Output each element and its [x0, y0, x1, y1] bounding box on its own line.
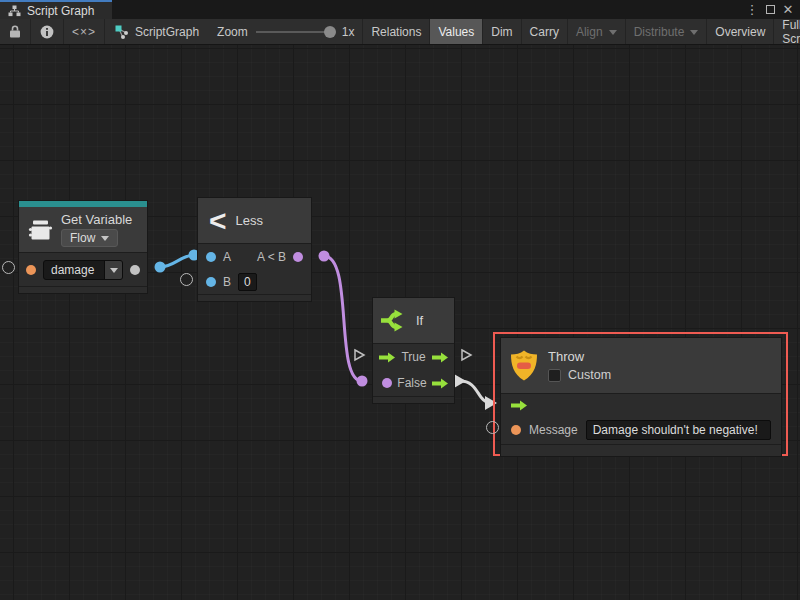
variable-name-dropdown[interactable]: damage: [43, 260, 123, 280]
wire-endpoint-dot: [319, 251, 330, 262]
zoom-value: 1x: [342, 25, 355, 39]
node-footer: [198, 294, 311, 301]
custom-checkbox[interactable]: [548, 369, 561, 382]
toggle-dim[interactable]: Dim: [482, 19, 520, 44]
variable-icon: [28, 219, 53, 241]
align-label: Align: [576, 25, 603, 39]
info-icon: [40, 25, 54, 39]
panel-menu-icon[interactable]: ⋮: [743, 0, 761, 19]
script-graph-window: Script Graph ⋮ ✕ <×>: [0, 0, 800, 600]
toggle-relations[interactable]: Relations: [362, 19, 429, 44]
chevron-down-icon: [101, 236, 109, 245]
unconnected-value-port-indicator[interactable]: [2, 261, 15, 274]
zoom-slider-handle[interactable]: [324, 26, 336, 38]
node-header: If: [373, 298, 454, 343]
unconnected-value-port-indicator[interactable]: [486, 421, 499, 434]
port-condition-input[interactable]: [382, 378, 392, 388]
unconnected-flow-port-indicator[interactable]: [353, 348, 366, 362]
node-title: Less: [236, 213, 263, 228]
port-false-label: False: [392, 376, 432, 390]
port-b-value-field[interactable]: 0: [238, 273, 257, 291]
throw-shield-icon: [509, 349, 539, 382]
port-false-output[interactable]: [432, 378, 448, 389]
toggle-fullscreen[interactable]: Full Screen: [773, 19, 800, 44]
zoom-slider-track[interactable]: [256, 31, 334, 33]
chevron-down-icon: [609, 30, 617, 39]
port-b-input[interactable]: [206, 277, 216, 287]
close-icon[interactable]: ✕: [779, 0, 797, 19]
variable-name-value: damage: [44, 261, 104, 279]
port-flow-input[interactable]: [511, 400, 527, 411]
port-result-label: A < B: [257, 250, 286, 264]
message-value-field[interactable]: Damage shouldn't be negative!: [586, 420, 771, 440]
unconnected-flow-port-indicator[interactable]: [460, 348, 473, 362]
toggle-carry[interactable]: Carry: [521, 19, 567, 44]
chevron-down-icon: [104, 261, 122, 279]
distribute-label: Distribute: [634, 25, 685, 39]
node-header: < Less: [198, 198, 311, 243]
toggle-overview[interactable]: Overview: [706, 19, 773, 44]
edit-source-button[interactable]: <×>: [64, 19, 105, 44]
port-true-output[interactable]: [432, 352, 448, 363]
toolbar-toggles: Relations Values Dim Carry Align Distrib…: [362, 19, 800, 44]
scope-label: Flow: [70, 231, 95, 245]
port-a-label: A: [223, 250, 231, 264]
node-less[interactable]: < Less A A < B B 0: [197, 197, 312, 302]
less-icon: <: [209, 206, 227, 236]
node-header: Throw Custom: [501, 338, 781, 393]
custom-label: Custom: [568, 368, 611, 382]
tab-bar-spacer: [112, 0, 743, 19]
node-get-variable[interactable]: Get Variable Flow damage: [18, 200, 148, 294]
port-message-label: Message: [529, 423, 578, 437]
port-true-label: True: [395, 350, 432, 364]
zoom-label: Zoom: [217, 25, 248, 39]
zoom-control: Zoom 1x: [209, 19, 362, 44]
script-graph-asset-icon: [115, 25, 129, 39]
tab-bar: Script Graph ⋮ ✕: [0, 0, 800, 19]
node-footer: [373, 396, 454, 403]
node-title: Get Variable: [61, 212, 132, 227]
wire-flow-arrowhead: [485, 396, 497, 410]
graph-reference[interactable]: ScriptGraph: [105, 19, 209, 44]
unconnected-value-port-indicator[interactable]: [180, 273, 193, 286]
port-variable-name-input[interactable]: [26, 265, 36, 275]
wire-endpoint-dot: [357, 376, 368, 387]
port-message-input[interactable]: [511, 425, 521, 435]
chevron-down-icon: [690, 30, 698, 39]
info-button[interactable]: [31, 19, 64, 44]
wire-less-result-to-if-condition[interactable]: [324, 256, 362, 381]
port-flow-input[interactable]: [379, 352, 395, 363]
node-title: If: [416, 313, 423, 328]
variable-scope-dropdown[interactable]: Flow: [61, 229, 118, 247]
wire-endpoint-dot: [155, 262, 166, 273]
graph-canvas[interactable]: Get Variable Flow damage: [0, 45, 800, 600]
tab-title: Script Graph: [27, 4, 94, 18]
port-a-input[interactable]: [206, 252, 216, 262]
tab-script-graph[interactable]: Script Graph: [0, 0, 112, 19]
lock-icon: [9, 25, 21, 38]
node-footer: [19, 286, 147, 293]
graph-toolbar: <×> ScriptGraph Zoom 1x Relations Values…: [0, 19, 800, 45]
maximize-icon[interactable]: [761, 0, 779, 19]
port-value-output[interactable]: [130, 265, 140, 275]
graph-hierarchy-icon: [8, 5, 21, 17]
port-result-output[interactable]: [293, 252, 303, 262]
toggle-values[interactable]: Values: [429, 19, 482, 44]
maximize-box: [766, 5, 775, 14]
align-dropdown[interactable]: Align: [567, 19, 625, 44]
node-footer: [501, 444, 781, 456]
node-throw[interactable]: Throw Custom Message Damage shouldn't: [500, 337, 782, 457]
code-icon: <×>: [72, 25, 96, 39]
branch-icon: [380, 308, 407, 333]
node-header: Get Variable Flow: [19, 207, 147, 252]
distribute-dropdown[interactable]: Distribute: [625, 19, 707, 44]
wire-flow-arrowhead: [454, 374, 466, 388]
port-b-label: B: [223, 275, 231, 289]
node-if[interactable]: If True False: [372, 297, 455, 404]
lock-button[interactable]: [0, 19, 31, 44]
graph-name-label: ScriptGraph: [135, 25, 199, 39]
node-title: Throw: [548, 349, 611, 364]
